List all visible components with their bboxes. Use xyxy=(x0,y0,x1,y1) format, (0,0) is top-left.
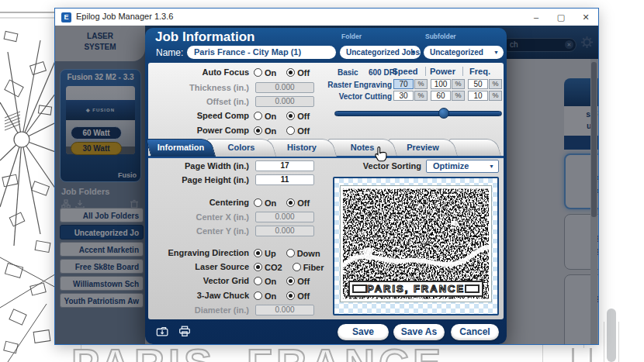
laser-fiber-radio[interactable]: Fiber xyxy=(293,263,324,272)
laser-source-label: Laser Source xyxy=(158,261,249,273)
job-name-input[interactable]: Paris France - City Map (1) xyxy=(187,46,336,59)
vector-speed-input[interactable]: 30 xyxy=(393,91,414,101)
page-width-input[interactable]: 17 xyxy=(255,160,314,171)
raster-freq-input[interactable]: 50 xyxy=(468,79,488,89)
centering-label: Centering xyxy=(158,197,249,209)
radio-label: On xyxy=(265,68,276,78)
vector-cutting-label: Vector Cutting xyxy=(327,92,392,101)
background-line xyxy=(604,322,604,362)
radio-label: Down xyxy=(297,249,320,258)
radio-label: Off xyxy=(297,198,310,208)
vector-sorting-dropdown[interactable]: Optimize ▼ xyxy=(426,160,499,173)
name-label: Name: xyxy=(156,47,183,58)
centering-on-radio[interactable]: On xyxy=(254,198,276,208)
close-button[interactable]: ✕ xyxy=(573,9,598,26)
window-title: Epilog Job Manager 1.3.6 xyxy=(76,12,173,21)
centering-off-radio[interactable]: Off xyxy=(286,198,310,208)
speed-comp-off-radio[interactable]: Off xyxy=(286,112,310,121)
radio-label: On xyxy=(265,126,276,136)
app-window: E Epilog Job Manager 1.3.6 – ▢ ✕ LASER S… xyxy=(54,8,599,345)
tab-label: Colors xyxy=(209,139,274,157)
vector-power-input[interactable]: 60 xyxy=(431,91,451,101)
banner-end-left xyxy=(352,284,367,293)
folder-value: Uncategorized Jobs xyxy=(346,48,420,57)
vector-grid-on-radio[interactable]: On xyxy=(254,277,276,286)
screen: PARIS, FRANCE E Epilog Job Manager 1.3.6… xyxy=(0,0,644,362)
radio-label: On xyxy=(265,198,276,208)
chevron-down-icon: ▼ xyxy=(410,46,416,59)
dialog-title: Job Information xyxy=(155,29,254,45)
save-button[interactable]: Save xyxy=(338,324,389,340)
power-comp-on-radio[interactable]: On xyxy=(254,126,276,136)
tab-preview[interactable]: Preview xyxy=(390,139,455,157)
vector-grid-off-radio[interactable]: Off xyxy=(286,277,310,286)
vector-freq-input[interactable]: 10 xyxy=(468,91,488,101)
folder-label: Folder xyxy=(341,33,362,40)
jaw-chuck-on-radio[interactable]: On xyxy=(254,291,276,301)
app-area: LASER SYSTEM Fusion 32 M2 - 3.3 ◆ FUSION… xyxy=(55,26,598,344)
raster-freq-unit: % xyxy=(489,79,502,89)
background-watermark-letter xyxy=(572,348,592,362)
radio-label: Fiber xyxy=(303,263,324,272)
preview-caption-banner: PARIS, FRANCE xyxy=(348,281,483,297)
power-comp-row: Power Comp On Off xyxy=(145,125,507,136)
tab-colors[interactable]: Colors xyxy=(209,139,274,157)
tab-label: History xyxy=(269,139,334,157)
job-preview-image: PARIS, FRANCE xyxy=(340,185,492,302)
print-icon[interactable] xyxy=(178,326,192,337)
raster-speed-input[interactable]: 70 xyxy=(393,79,414,89)
speed-slider-track[interactable] xyxy=(334,111,502,116)
background-line xyxy=(542,345,543,362)
radio-label: Up xyxy=(265,249,276,258)
auto-focus-on-radio[interactable]: On xyxy=(254,68,276,78)
center-x-label: Center X (in.) xyxy=(158,212,249,223)
speed-column-header: Speed xyxy=(388,67,422,76)
cancel-button[interactable]: Cancel xyxy=(451,324,499,340)
tab-blank xyxy=(451,139,499,157)
maximize-button[interactable]: ▢ xyxy=(549,9,573,26)
subfolder-dropdown[interactable]: Uncategorized Jobs ▼ xyxy=(424,46,504,59)
direction-down-radio[interactable]: Down xyxy=(286,249,320,258)
center-y-input[interactable]: 0.000 xyxy=(255,226,314,236)
minimize-button[interactable]: – xyxy=(524,9,549,26)
subfolder-label: Subfolder xyxy=(425,33,456,40)
save-as-button[interactable]: Save As xyxy=(393,324,445,340)
radio-label: Off xyxy=(297,126,310,136)
basic-label: Basic xyxy=(338,68,367,77)
direction-up-radio[interactable]: Up xyxy=(254,249,276,258)
page-height-input[interactable]: 11 xyxy=(255,174,314,185)
radio-label: On xyxy=(265,291,276,301)
vector-grid-label: Vector Grid xyxy=(158,275,249,287)
offset-label: Offset (in.) xyxy=(158,96,249,108)
speed-slider-thumb[interactable] xyxy=(438,108,449,119)
radio-label: On xyxy=(265,112,276,121)
vector-freq-unit: % xyxy=(489,91,502,101)
page-width-label: Page Width (in.) xyxy=(158,160,249,172)
mouse-cursor xyxy=(374,146,388,163)
offset-input[interactable]: 0.000 xyxy=(255,96,314,107)
folder-dropdown[interactable]: Uncategorized Jobs ▼ xyxy=(340,46,421,59)
title-bar: E Epilog Job Manager 1.3.6 – ▢ ✕ xyxy=(55,9,598,26)
tab-information[interactable]: Information xyxy=(148,139,213,157)
center-x-input[interactable]: 0.000 xyxy=(255,212,314,222)
raster-power-input[interactable]: 100 xyxy=(431,79,451,89)
center-y-label: Center Y (in.) xyxy=(158,226,249,237)
background-map-art xyxy=(0,9,57,362)
radio-label: CO2 xyxy=(265,263,282,272)
radio-label: Off xyxy=(297,291,310,301)
auto-focus-off-radio[interactable]: Off xyxy=(286,68,310,78)
laser-co2-radio[interactable]: CO2 xyxy=(254,263,282,272)
tab-history[interactable]: History xyxy=(269,139,334,157)
power-comp-off-radio[interactable]: Off xyxy=(286,126,310,136)
auto-focus-label: Auto Focus xyxy=(158,67,249,78)
jaw-chuck-off-radio[interactable]: Off xyxy=(286,291,310,301)
thickness-input[interactable]: 0.000 xyxy=(255,82,314,93)
radio-label: Off xyxy=(297,277,310,286)
vector-speed-unit: % xyxy=(414,91,428,101)
speed-comp-on-radio[interactable]: On xyxy=(254,112,276,121)
radio-label: Off xyxy=(297,112,310,121)
diameter-input[interactable]: 0.000 xyxy=(255,305,314,315)
export-folder-icon[interactable] xyxy=(156,326,170,337)
background-scrollbar xyxy=(607,309,616,362)
chevron-down-icon: ▼ xyxy=(493,46,499,59)
